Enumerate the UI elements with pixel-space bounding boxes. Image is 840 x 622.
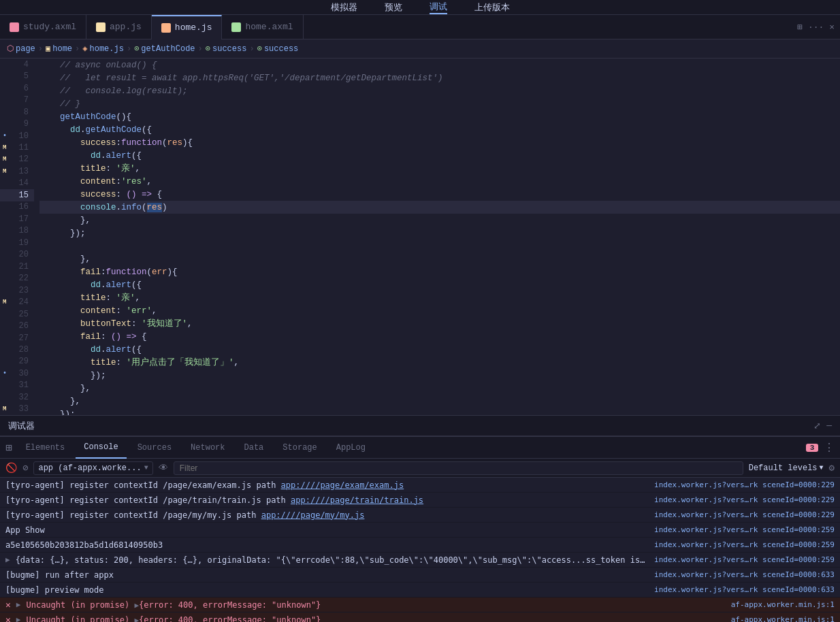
console-log-area[interactable]: [tyro-agent] register contextId /page/ex… <box>0 478 840 622</box>
devtools-tabs: ⊞ Elements Console Sources Network Data … <box>0 437 840 459</box>
folder-icon: ▣ <box>46 44 50 54</box>
gutter-8: 8 <box>0 106 34 118</box>
gutter-9: 9 <box>0 118 34 129</box>
tab-network[interactable]: Network <box>182 437 233 459</box>
log-entry-1: [tyro-agent] register contextId /page/ex… <box>0 478 840 493</box>
devtools-tab-right: 3 ⋮ <box>806 441 835 455</box>
tab-data[interactable]: Data <box>236 437 272 459</box>
tab-applog[interactable]: AppLog <box>328 437 374 459</box>
breadcrumb-homejs[interactable]: ◈ home.js <box>82 44 124 54</box>
preserve-log-btn[interactable]: ⊘ <box>22 462 28 474</box>
code-editor[interactable]: // async onLoad() { // let result = awai… <box>34 59 840 415</box>
code-line-18 <box>39 240 840 252</box>
debugger-expand[interactable]: ⤢ — <box>813 421 832 431</box>
code-line-9: dd.getAuthCode({ <box>39 123 840 136</box>
fn-icon-2: ⊙ <box>206 44 210 54</box>
code-line-5: // let result = await app.httpsReq('GET'… <box>39 71 840 84</box>
code-line-25: fail: () => { <box>39 330 840 343</box>
menu-preview[interactable]: 预览 <box>385 1 402 14</box>
devtools-more-btn[interactable]: ⋮ <box>824 441 835 455</box>
code-line-17: }); <box>39 227 840 240</box>
line-gutter: 4 5 6 7 8 9 •10 M11 M12 M13 14 15 16 17 … <box>0 59 34 415</box>
bc-sep-1: › <box>38 44 43 54</box>
gutter-32: 32 <box>0 391 34 403</box>
code-line-22: title: '亲', <box>39 291 840 304</box>
code-line-4: // async onLoad() { <box>39 59 840 71</box>
breadcrumb-success-1[interactable]: ⊙ success <box>206 44 247 54</box>
editor-area: 4 5 6 7 8 9 •10 M11 M12 M13 14 15 16 17 … <box>0 59 840 415</box>
code-line-28: }); <box>39 369 840 382</box>
gutter-21: 21 <box>0 261 34 272</box>
tab-home-axml[interactable]: home.axml <box>222 15 303 39</box>
breadcrumb-success-2[interactable]: ⊙ success <box>257 44 299 54</box>
expand-icon[interactable]: ⤢ <box>813 421 821 431</box>
log-entry-5: a5e105650b203812ba5d1d68140950b3 index.w… <box>0 538 840 553</box>
console-settings-btn[interactable]: ⚙ <box>829 462 835 474</box>
clear-console-btn[interactable]: 🚫 <box>5 462 17 474</box>
gutter-13: M13 <box>0 165 34 177</box>
gutter-18: 18 <box>0 225 34 237</box>
console-toolbar: 🚫 ⊘ app (af-appx.worke... ▼ 👁 Default le… <box>0 459 840 478</box>
file-icon: ◈ <box>82 44 87 54</box>
minimize-icon[interactable]: — <box>826 421 832 431</box>
gutter-20: 20 <box>0 249 34 261</box>
bc-sep-3: › <box>127 44 131 54</box>
gutter-23: 23 <box>0 284 34 296</box>
gutter-26: 26 <box>0 320 34 331</box>
gutter-31: 31 <box>0 380 34 391</box>
menu-debug[interactable]: 调试 <box>430 1 447 14</box>
gutter-27: 27 <box>0 332 34 344</box>
breadcrumb-home[interactable]: ▣ home <box>46 44 72 54</box>
breadcrumb-page[interactable]: ⬡ page <box>7 44 35 54</box>
tab-app-js[interactable]: app.js <box>86 15 152 39</box>
tab-icon-js <box>96 22 106 32</box>
page-icon: ⬡ <box>7 44 14 54</box>
app-selector-chevron: ▼ <box>144 464 148 472</box>
tab-sources[interactable]: Sources <box>129 437 180 459</box>
code-line-24: buttonText: '我知道了', <box>39 317 840 330</box>
log-level-dropdown[interactable]: Default levels ▼ <box>749 463 824 473</box>
log-entry-3: [tyro-agent] register contextId /page/my… <box>0 508 840 523</box>
tab-icon-homeaxml <box>231 22 241 32</box>
eye-icon[interactable]: 👁 <box>159 463 168 474</box>
app-selector[interactable]: app (af-appx.worke... ▼ <box>33 461 152 475</box>
tab-storage[interactable]: Storage <box>274 437 325 459</box>
log-entry-8: [bugme] preview mode index.worker.js?ver… <box>0 583 840 598</box>
menu-simulator[interactable]: 模拟器 <box>331 1 357 14</box>
tab-icon-axml <box>10 22 19 32</box>
console-filter-input[interactable] <box>174 461 743 475</box>
tab-console[interactable]: Console <box>76 437 126 459</box>
error-count-badge: 3 <box>806 444 818 452</box>
top-menu: 模拟器 预览 调试 上传版本 <box>0 0 840 15</box>
gutter-25: 25 <box>0 308 34 320</box>
menu-upload[interactable]: 上传版本 <box>474 1 510 14</box>
devtools-expand-btn[interactable]: ⊞ <box>5 441 12 455</box>
code-line-27: title: '用户点击了「我知道了」', <box>39 356 840 369</box>
tab-action-icons[interactable]: ⊞ ··· × <box>797 22 835 33</box>
gutter-16: 16 <box>0 201 34 213</box>
tab-home-js[interactable]: home.js <box>152 15 223 39</box>
fn-icon-1: ⊙ <box>134 44 139 54</box>
code-line-20: fail:function(err){ <box>39 265 840 278</box>
breadcrumb: ⬡ page › ▣ home › ◈ home.js › ⊙ getAuthC… <box>0 39 840 59</box>
log-entry-error-1: ✕ ▶ Uncaught (in promise) ▶{error: 400, … <box>0 598 840 612</box>
code-line-13: content:'res', <box>39 175 840 188</box>
code-line-21: dd.alert({ <box>39 278 840 291</box>
gutter-33: M33 <box>0 404 34 415</box>
tab-study-axml[interactable]: study.axml <box>0 15 86 39</box>
log-entry-6: ▶ {data: {…}, status: 200, headers: {…},… <box>0 553 840 568</box>
gutter-19: 19 <box>0 237 34 248</box>
tab-label-home-js: home.js <box>175 22 212 33</box>
gutter-5: 5 <box>0 70 34 82</box>
code-line-14: success: () => { <box>39 188 840 201</box>
gutter-14: 14 <box>0 178 34 189</box>
tab-bar: study.axml app.js home.js home.axml ⊞ ··… <box>0 15 840 39</box>
breadcrumb-getauthcode[interactable]: ⊙ getAuthCode <box>134 44 195 54</box>
gutter-22: 22 <box>0 272 34 284</box>
gutter-6: 6 <box>0 82 34 94</box>
log-entry-4: App Show index.worker.js?vers…rk sceneId… <box>0 523 840 538</box>
tab-elements[interactable]: Elements <box>18 437 74 459</box>
log-entry-error-2: ✕ ▶ Uncaught (in promise) ▶{error: 400, … <box>0 612 840 622</box>
code-line-30: }, <box>39 395 840 408</box>
code-line-7: // } <box>39 97 840 110</box>
